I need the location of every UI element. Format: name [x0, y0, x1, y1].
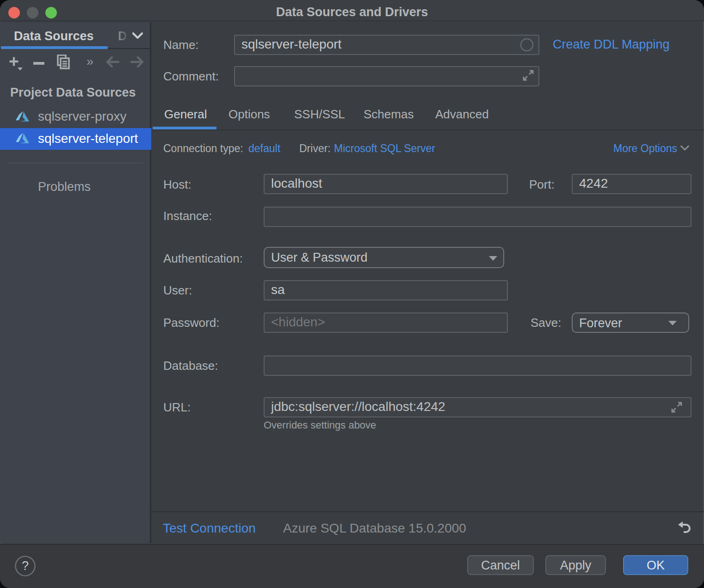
svg-text:?: ? — [22, 559, 29, 573]
